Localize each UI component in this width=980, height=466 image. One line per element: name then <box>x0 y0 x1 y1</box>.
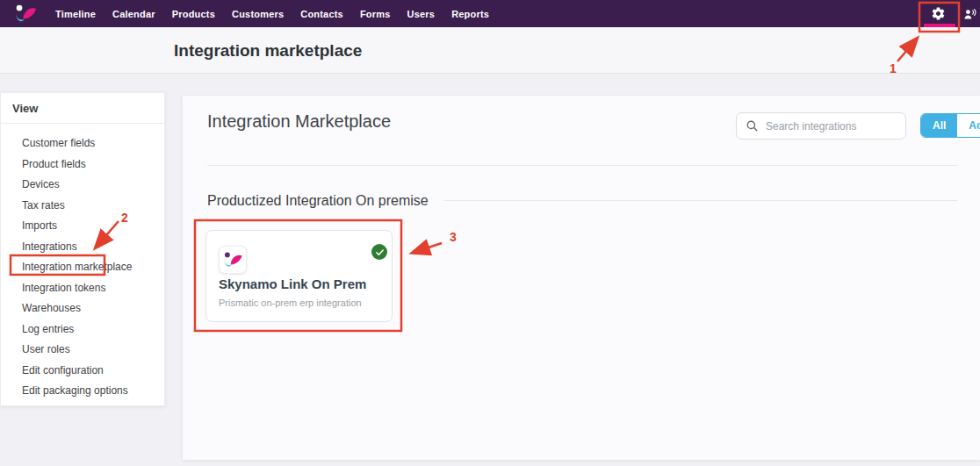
sidebar-title: View <box>1 93 164 115</box>
page-header: Integration marketplace <box>0 27 980 74</box>
sidebar-item-integration-tokens[interactable]: Integration tokens <box>1 278 164 299</box>
sidebar-item-log-entries[interactable]: Log entries <box>1 319 164 341</box>
integration-card-subtitle: Prismatic on-prem erp integration <box>219 298 362 308</box>
settings-active-indicator <box>924 24 955 27</box>
nav-item-contacts[interactable]: Contacts <box>300 9 343 19</box>
nav-item-users[interactable]: Users <box>407 9 436 19</box>
title-divider <box>207 165 957 166</box>
filter-toggle: All Activated <box>920 113 980 138</box>
filter-all-button[interactable]: All <box>921 114 957 137</box>
sidebar-list: Customer fields Product fields Devices T… <box>1 124 164 402</box>
skynamo-logo-icon[interactable] <box>12 3 39 25</box>
search-box <box>736 112 906 140</box>
sidebar-item-user-roles[interactable]: User roles <box>1 340 164 361</box>
nav-item-products[interactable]: Products <box>172 9 215 19</box>
app-window: Timeline Calendar Products Customers Con… <box>0 0 980 466</box>
nav-menu: Timeline Calendar Products Customers Con… <box>55 9 489 19</box>
section-heading-rule <box>443 200 957 201</box>
marketplace-title: Integration Marketplace <box>207 111 391 132</box>
search-icon <box>746 119 759 133</box>
nav-item-reports[interactable]: Reports <box>451 9 489 19</box>
integration-logo <box>219 246 247 274</box>
section-heading: Productized Integration On premise <box>207 193 429 209</box>
sidebar-item-customer-fields[interactable]: Customer fields <box>1 133 164 154</box>
skynamo-bird-icon <box>221 250 244 270</box>
nav-item-customers[interactable]: Customers <box>232 9 284 19</box>
settings-sidebar: View Customer fields Product fields Devi… <box>0 92 165 406</box>
nav-item-forms[interactable]: Forms <box>360 9 391 19</box>
sidebar-item-integrations[interactable]: Integrations <box>1 237 164 258</box>
nav-item-timeline[interactable]: Timeline <box>55 9 96 19</box>
settings-gear-icon[interactable] <box>930 5 946 21</box>
integration-card-skynamo-link[interactable]: Skynamo Link On Prem Prismatic on-prem e… <box>205 230 393 322</box>
filter-activated-button[interactable]: Activated <box>957 114 980 137</box>
activated-check-icon <box>371 244 387 260</box>
announcements-person-icon[interactable] <box>962 6 977 22</box>
marketplace-panel: Integration Marketplace All Activated Pr… <box>183 96 980 460</box>
integration-card-title: Skynamo Link On Prem <box>219 276 366 291</box>
page-title: Integration marketplace <box>174 41 362 61</box>
nav-item-calendar[interactable]: Calendar <box>112 9 155 19</box>
sidebar-item-tax-rates[interactable]: Tax rates <box>1 196 164 217</box>
sidebar-item-devices[interactable]: Devices <box>1 175 164 196</box>
sidebar-item-imports[interactable]: Imports <box>1 216 164 237</box>
search-integrations-input[interactable] <box>766 120 897 133</box>
sidebar-item-warehouses[interactable]: Warehouses <box>1 298 164 319</box>
sidebar-item-edit-configuration[interactable]: Edit configuration <box>1 361 164 382</box>
top-nav-bar: Timeline Calendar Products Customers Con… <box>0 0 980 27</box>
sidebar-item-product-fields[interactable]: Product fields <box>1 154 164 176</box>
sidebar-item-edit-packaging-options[interactable]: Edit packaging options <box>1 381 164 402</box>
sidebar-item-integration-marketplace[interactable]: Integration marketplace <box>1 257 164 278</box>
